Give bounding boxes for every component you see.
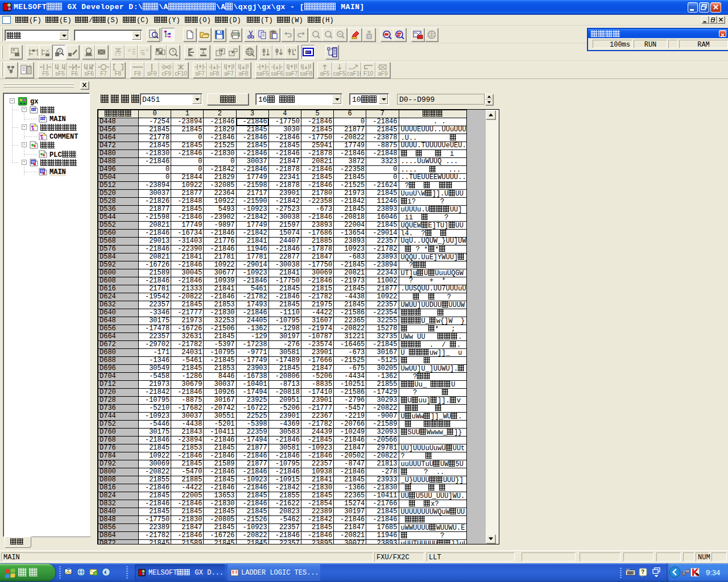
svg-text:?: ? [641,569,644,575]
